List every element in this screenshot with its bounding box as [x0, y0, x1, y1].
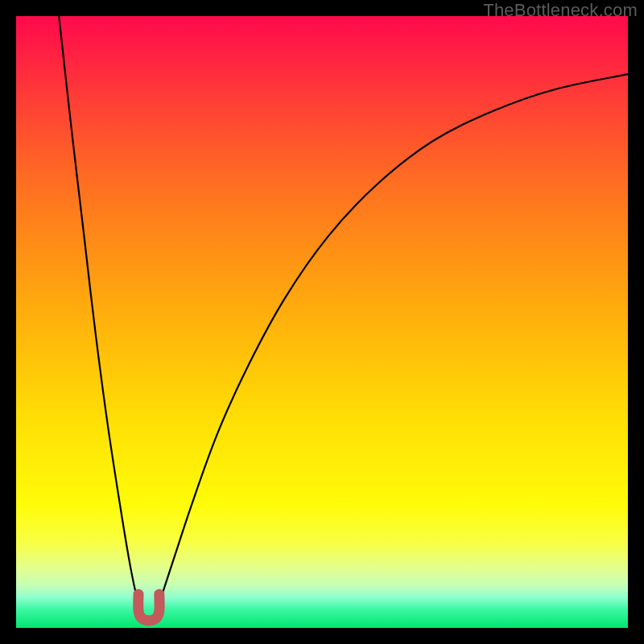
watermark-text: TheBottleneck.com: [483, 0, 638, 21]
curve-left: [59, 16, 139, 606]
curves-svg: [16, 16, 628, 628]
chart-frame: [16, 16, 628, 628]
marker-u-shape: [138, 594, 159, 621]
curve-right: [158, 74, 628, 606]
